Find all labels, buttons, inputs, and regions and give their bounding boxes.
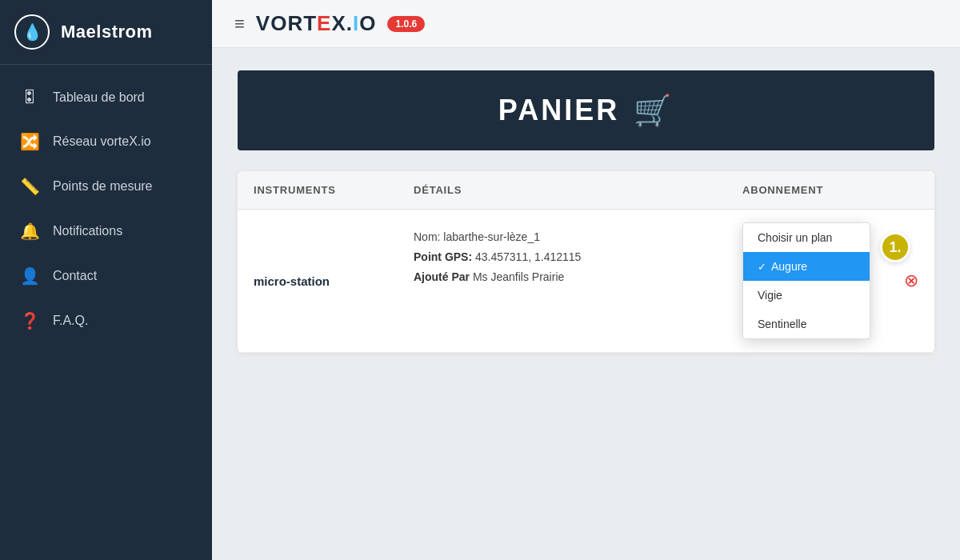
topbar: ≡ VORTEX.IO 1.0.6: [212, 0, 960, 48]
cart-icon: 🛒: [634, 93, 674, 128]
th-abonnement: ABONNEMENT: [726, 171, 934, 209]
td-details: Nom: labarthe-sur-lèze_1 Point GPS: 43.4…: [398, 210, 726, 306]
dropdown-option-sentinelle[interactable]: Sentinelle: [743, 310, 870, 338]
app-logo: 💧: [14, 14, 50, 50]
sidebar-item-label-points: Points de mesure: [53, 179, 153, 194]
nom-value: labarthe-sur-lèze_1: [443, 230, 540, 243]
version-badge: 1.0.6: [387, 16, 425, 32]
topbar-logo: VORTEX.IO: [256, 11, 377, 36]
sidebar-item-contact[interactable]: 👤 Contact: [0, 254, 212, 298]
faq-icon: ❓: [19, 311, 40, 330]
main-content: ≡ VORTEX.IO 1.0.6 PANIER 🛒 INSTRUMENTS D…: [212, 0, 960, 560]
detail-gps: Point GPS: 43.457311, 1.412115: [414, 247, 710, 267]
page-content: PANIER 🛒 INSTRUMENTS DÉTAILS ABONNEMENT …: [212, 48, 960, 560]
table-header: INSTRUMENTS DÉTAILS ABONNEMENT: [238, 171, 934, 210]
sidebar-nav: 🎛 Tableau de bord 🔀 Réseau vorteX.io 📏 P…: [0, 65, 212, 560]
check-icon: ✓: [758, 261, 766, 273]
page-title: PANIER: [498, 94, 619, 127]
contact-icon: 👤: [19, 266, 40, 286]
sidebar-item-faq[interactable]: ❓ F.A.Q.: [0, 299, 212, 342]
sidebar-item-label-notifications: Notifications: [53, 224, 122, 238]
choisir-label: Choisir un plan: [758, 231, 832, 244]
detail-added: Ajouté Par Ms Jeanfils Prairie: [414, 267, 710, 287]
added-value: Ms Jeanfils Prairie: [473, 270, 564, 283]
dropdown-wrapper: Choisir un plan ✓ Augure Vigie: [742, 222, 870, 339]
gps-value: 43.457311, 1.412115: [475, 250, 581, 263]
added-label: Ajouté Par: [414, 270, 470, 283]
gps-label: Point GPS:: [414, 250, 472, 263]
logo-icon: 💧: [22, 22, 42, 42]
step-badge: 1.: [880, 232, 910, 262]
th-instruments: INSTRUMENTS: [238, 171, 398, 209]
sidebar-item-label-reseau: Réseau vorteX.io: [53, 134, 151, 149]
subscription-row: Choisir un plan ✓ Augure Vigie: [742, 222, 918, 339]
sidebar-header: 💧 Maelstrom: [0, 0, 212, 65]
nom-label: Nom:: [414, 230, 440, 243]
sidebar-item-tableau[interactable]: 🎛 Tableau de bord: [0, 76, 212, 118]
points-icon: 📏: [19, 177, 40, 196]
app-name: Maelstrom: [61, 22, 153, 42]
sidebar-item-reseau[interactable]: 🔀 Réseau vorteX.io: [0, 120, 212, 163]
notifications-icon: 🔔: [19, 222, 40, 241]
dropdown-option-augure[interactable]: ✓ Augure: [743, 252, 870, 281]
sidebar: 💧 Maelstrom 🎛 Tableau de bord 🔀 Réseau v…: [0, 0, 212, 560]
page-banner: PANIER 🛒: [238, 70, 934, 150]
vigie-label: Vigie: [758, 289, 782, 302]
table-row: micro-station Nom: labarthe-sur-lèze_1 P…: [238, 210, 934, 353]
subscription-dropdown[interactable]: Choisir un plan ✓ Augure Vigie: [742, 222, 870, 339]
sidebar-item-label-tableau: Tableau de bord: [53, 90, 145, 105]
td-instrument: micro-station: [238, 210, 398, 352]
sidebar-item-notifications[interactable]: 🔔 Notifications: [0, 210, 212, 253]
instrument-name: micro-station: [254, 274, 330, 288]
tableau-icon: 🎛: [19, 88, 40, 106]
dropdown-option-choisir[interactable]: Choisir un plan: [743, 223, 870, 252]
sidebar-item-points[interactable]: 📏 Points de mesure: [0, 165, 212, 208]
cart-table: INSTRUMENTS DÉTAILS ABONNEMENT micro-sta…: [238, 171, 934, 353]
sidebar-item-label-contact: Contact: [53, 269, 97, 283]
detail-nom: Nom: labarthe-sur-lèze_1: [414, 227, 710, 247]
th-details: DÉTAILS: [398, 171, 726, 209]
sidebar-item-label-faq: F.A.Q.: [53, 314, 88, 328]
delete-icon[interactable]: ⊗: [904, 270, 918, 291]
menu-icon[interactable]: ≡: [234, 14, 245, 34]
dropdown-option-vigie[interactable]: Vigie: [743, 281, 870, 310]
reseau-icon: 🔀: [19, 132, 40, 151]
td-subscription: Choisir un plan ✓ Augure Vigie: [726, 210, 934, 352]
sentinelle-label: Sentinelle: [758, 318, 807, 330]
augure-label: Augure: [771, 260, 807, 273]
